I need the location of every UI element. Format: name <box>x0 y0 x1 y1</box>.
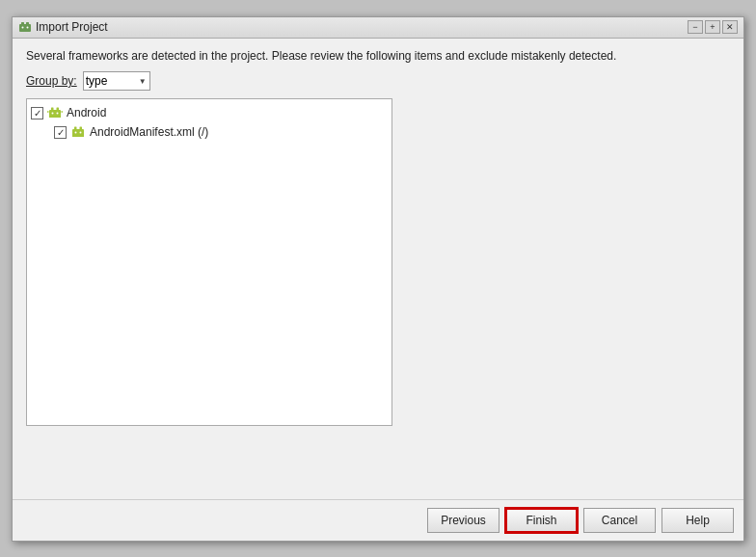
group-by-select[interactable]: type name path <box>83 71 150 91</box>
svg-rect-16 <box>80 127 83 130</box>
title-bar-controls: − + ✕ <box>688 20 738 34</box>
android-checkbox[interactable] <box>31 107 43 119</box>
manifest-label: AndroidManifest.xml (/) <box>90 125 208 139</box>
maximize-button[interactable]: + <box>705 20 720 34</box>
svg-point-17 <box>75 132 77 134</box>
svg-point-18 <box>80 132 82 134</box>
manifest-checkbox[interactable] <box>54 126 67 139</box>
help-button[interactable]: Help <box>662 508 734 533</box>
window-title: Import Project <box>36 20 108 34</box>
svg-rect-6 <box>51 108 54 111</box>
group-by-select-wrapper[interactable]: type name path <box>83 71 150 91</box>
bottom-spacer <box>26 434 730 489</box>
svg-rect-0 <box>19 24 31 32</box>
group-by-label: Group by: <box>26 74 77 88</box>
previous-button[interactable]: Previous <box>427 508 500 533</box>
svg-rect-7 <box>57 108 60 111</box>
svg-rect-12 <box>49 115 54 118</box>
svg-point-8 <box>52 113 54 115</box>
svg-rect-15 <box>74 127 77 130</box>
title-bar-left: Import Project <box>18 20 108 34</box>
android-label: Android <box>67 106 106 119</box>
svg-rect-19 <box>72 134 77 137</box>
button-row: Previous Finish Cancel Help <box>13 499 743 541</box>
close-button[interactable]: ✕ <box>722 20 738 34</box>
finish-button[interactable]: Finish <box>505 508 578 533</box>
dialog-content: Several frameworks are detected in the p… <box>13 39 743 499</box>
svg-point-9 <box>57 113 59 115</box>
description-text: Several frameworks are detected in the p… <box>26 48 730 65</box>
svg-point-4 <box>27 27 29 29</box>
import-project-window: Import Project − + ✕ Several frameworks … <box>12 16 744 542</box>
tree-item-android[interactable]: Android <box>31 103 388 122</box>
svg-point-3 <box>22 27 24 29</box>
framework-tree[interactable]: Android AndroidManifest.xml (/) <box>26 98 392 426</box>
android-manifest-icon <box>70 124 86 140</box>
window-icon <box>18 20 32 34</box>
title-bar: Import Project − + ✕ <box>13 17 743 39</box>
svg-rect-1 <box>21 22 24 25</box>
svg-rect-13 <box>56 115 61 118</box>
tree-item-manifest[interactable]: AndroidManifest.xml (/) <box>54 122 388 142</box>
group-by-row: Group by: type name path <box>26 71 730 91</box>
svg-rect-2 <box>26 22 29 25</box>
minimize-button[interactable]: − <box>688 20 703 34</box>
svg-rect-20 <box>79 134 84 137</box>
android-icon <box>47 105 63 120</box>
cancel-button[interactable]: Cancel <box>583 508 656 533</box>
